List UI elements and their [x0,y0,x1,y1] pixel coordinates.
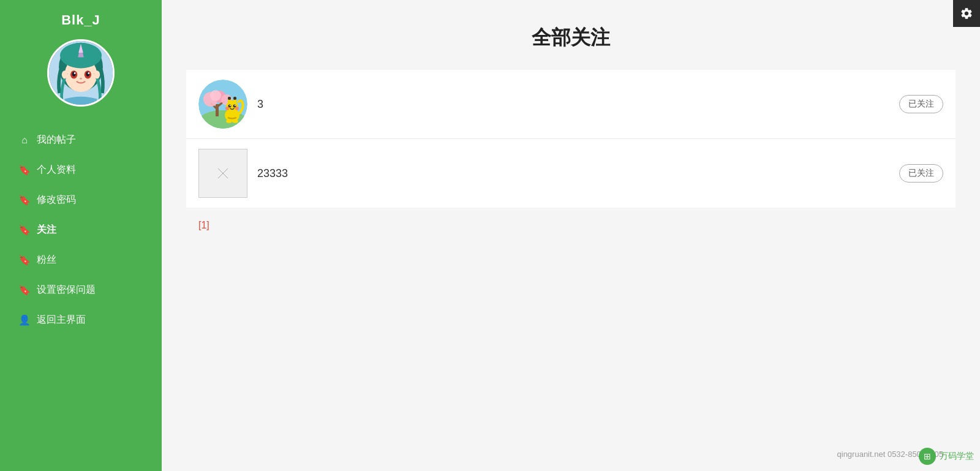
svg-point-34 [225,107,229,110]
home-icon: ⌂ [18,135,31,146]
follow-name-2: 23333 [257,167,899,180]
main-content: 全部关注 [162,0,980,471]
svg-point-37 [232,119,238,123]
svg-point-13 [62,70,67,78]
bookmark-icon-1: 🔖 [18,164,31,176]
page-title: 全部关注 [162,24,980,51]
bookmark-icon-5: 🔖 [18,284,31,296]
sidebar-username: Blk_J [61,12,100,28]
svg-point-36 [226,119,232,123]
pagination: [1] [162,208,980,243]
bookmark-icon-2: 🔖 [18,194,31,206]
followed-button-2[interactable]: 已关注 [899,164,943,183]
bookmark-icon-4: 🔖 [18,254,31,266]
nav-label-change-password: 修改密码 [37,194,76,206]
page-title-area: 全部关注 [162,0,980,70]
nav-label-fans: 粉丝 [37,254,56,266]
nav-label-security-question: 设置密保问题 [37,284,96,296]
svg-rect-28 [228,97,231,100]
follow-avatar-2 [198,149,247,198]
svg-rect-29 [233,97,236,100]
svg-point-14 [94,70,100,78]
svg-point-30 [228,105,232,108]
follow-avatar-1 [198,80,247,129]
nav-menu: ⌂ 我的帖子 🔖 个人资料 🔖 修改密码 🔖 关注 🔖 粉丝 🔖 设置密保问题 … [0,125,162,335]
watermark-icon: ⊞ [919,448,936,465]
sidebar-item-fans[interactable]: 🔖 粉丝 [0,245,162,275]
svg-point-23 [210,90,221,101]
nav-label-profile: 个人资料 [37,164,76,176]
watermark: ⊞ 万码学堂 [919,448,974,465]
follow-item-1: 3 已关注 [186,70,956,139]
nav-label-back-home: 返回主界面 [37,314,86,326]
user-icon: 👤 [18,314,31,326]
svg-point-33 [235,105,236,106]
broken-image-icon [217,167,229,179]
sidebar-item-security-question[interactable]: 🔖 设置密保问题 [0,275,162,305]
watermark-text: 万码学堂 [940,451,974,462]
sidebar-item-back-home[interactable]: 👤 返回主界面 [0,305,162,335]
page-link-1[interactable]: [1] [198,220,209,230]
follow-name-1: 3 [257,98,899,111]
bookmark-icon-3: 🔖 [18,224,31,236]
follow-list: 3 已关注 23333 已关注 [186,70,956,208]
svg-point-8 [74,72,76,74]
sidebar-item-change-password[interactable]: 🔖 修改密码 [0,185,162,215]
sidebar: Blk_J [0,0,162,471]
svg-point-10 [80,78,82,80]
avatar [47,39,115,107]
svg-point-31 [233,105,236,108]
svg-point-9 [88,72,89,74]
sidebar-item-my-posts[interactable]: ⌂ 我的帖子 [0,125,162,155]
followed-button-1[interactable]: 已关注 [899,95,943,113]
nav-label-my-posts: 我的帖子 [37,134,76,146]
svg-point-35 [235,107,239,110]
svg-point-32 [230,105,231,106]
nav-label-follows: 关注 [37,224,56,236]
gear-icon [960,7,973,20]
sidebar-item-follows[interactable]: 🔖 关注 [0,215,162,245]
sidebar-item-profile[interactable]: 🔖 个人资料 [0,155,162,185]
follow-item-2: 23333 已关注 [186,139,956,208]
settings-button[interactable] [953,0,980,27]
